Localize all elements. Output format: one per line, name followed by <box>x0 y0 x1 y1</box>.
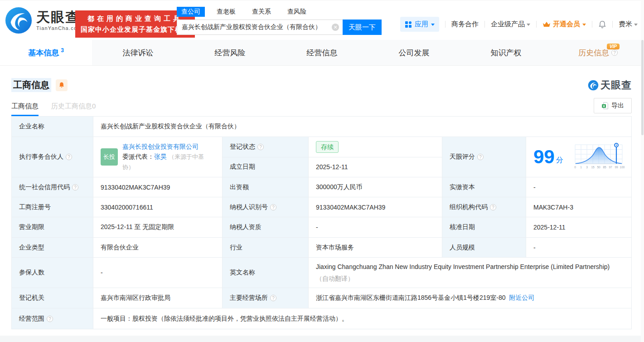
field-label: 纳税人资质 <box>223 217 309 237</box>
taxpayer-quality-value: - <box>309 217 442 237</box>
capital-value: 300000万人民币 <box>309 177 442 197</box>
table-row: 企业类型 有限合伙企业 行业 资本市场服务 人员规模 - <box>12 238 631 258</box>
field-label: 主要经营场所? <box>223 288 309 308</box>
divider <box>445 21 445 28</box>
field-label: 行业 <box>223 238 309 257</box>
help-icon[interactable]: ? <box>66 154 72 160</box>
help-icon[interactable]: ? <box>611 49 618 56</box>
top-nav: 应用 商务合作 企业级产品 开通会员 费米 <box>400 17 638 32</box>
subtab-count: 0 <box>92 102 96 110</box>
approval-date-value: 2025-12-11 <box>526 217 631 237</box>
enterprise-label: 企业级产品 <box>491 20 525 29</box>
field-label: 经营范围? <box>12 308 93 329</box>
status-date-stack: 登记状态? 存续 成立日期 2025-12-11 <box>223 137 442 177</box>
tianyan-score-cell: 99 分 <box>526 137 631 177</box>
nav-enterprise-products[interactable]: 企业级产品 <box>491 20 530 29</box>
org-code-value: MAK3C7AH-3 <box>526 197 631 217</box>
table-row: 工商注册号 330402000716611 纳税人识别号? 91330402MA… <box>12 197 631 217</box>
table-row: 登记机关 嘉兴市南湖区行政审批局 主要经营场所? 浙江省嘉兴市南湖区东栅街道南江… <box>12 288 631 308</box>
taxpayer-id-value: 91330402MAK3C7AH39 <box>309 197 442 217</box>
help-icon[interactable]: ? <box>72 184 78 191</box>
tab-company-development[interactable]: 公司发展 <box>368 40 460 65</box>
tab-operation-info[interactable]: 经营信息 <box>276 40 368 65</box>
subtab-label: 历史工商信息 <box>51 102 92 110</box>
help-icon[interactable]: ? <box>270 295 276 301</box>
help-icon[interactable]: ? <box>477 154 484 160</box>
username: 费米 <box>619 20 632 29</box>
tab-label: 基本信息 <box>28 48 59 58</box>
site-logo[interactable]: 天眼查 TianYanCha.com <box>5 6 82 34</box>
field-label: 核准日期 <box>442 217 526 237</box>
subtab-history-business-info[interactable]: 历史工商信息0 <box>51 102 96 116</box>
tab-intellectual-property[interactable]: 知识产权 <box>460 40 552 65</box>
help-icon[interactable]: ? <box>47 316 53 322</box>
tab-label: 经营信息 <box>307 48 338 58</box>
apps-label: 应用 <box>415 20 428 29</box>
excel-icon <box>601 102 609 109</box>
search-tabs: 查公司 查老板 查关系 查风险 <box>177 7 382 17</box>
table-row: 营业期限 2025-12-11 至 无固定期限 纳税人资质 - 核准日期 202… <box>12 217 631 238</box>
tianyancha-watermark: 天眼查 <box>588 78 632 92</box>
industry-value: 资本市场服务 <box>309 238 442 257</box>
partner-rep-link[interactable]: 张昊 <box>154 153 167 160</box>
tab-basic-info[interactable]: 基本信息 3 <box>0 40 92 65</box>
tab-history-info[interactable]: VIP 历史信息 ? <box>552 40 644 65</box>
chevron-down-icon <box>582 24 586 26</box>
search-tab-company[interactable]: 查公司 <box>177 7 205 17</box>
table-row: 经营范围? 一般项目：股权投资（除依法须经批准的项目外，凭营业执照依法自主开展经… <box>12 308 631 329</box>
field-label: 工商注册号 <box>12 197 93 217</box>
apps-menu[interactable]: 应用 <box>400 17 439 32</box>
tianyancha-logo-icon <box>588 80 599 91</box>
tab-label: 历史信息 <box>578 48 609 58</box>
business-place-cell: 浙江省嘉兴市南湖区东栅街道南江路1856号基金小镇1号楼219室-80 附近公司 <box>309 288 631 308</box>
field-label: 登记状态? <box>223 137 309 157</box>
score-distribution-chart: 0 1 3 15 50 85 97 99 100 <box>571 142 627 172</box>
vip-badge: VIP <box>607 44 620 49</box>
watermark-text: 天眼查 <box>600 78 632 92</box>
field-label: 营业期限 <box>12 217 93 237</box>
tab-operation-risk[interactable]: 经营风险 <box>184 40 276 65</box>
svg-text:97: 97 <box>609 166 612 169</box>
partner-company-link[interactable]: 嘉兴长投创业投资有限公司 <box>122 143 199 150</box>
user-menu[interactable]: 费米 <box>619 20 638 29</box>
export-button[interactable]: 导出 <box>594 98 632 113</box>
field-label: 登记机关 <box>12 288 93 308</box>
field-label: 成立日期 <box>223 157 309 177</box>
executive-partner-cell: 长投 嘉兴长投创业投资有限公司 委派代表：张昊（来源于中基协） <box>93 137 223 177</box>
svg-text:0: 0 <box>574 166 576 169</box>
svg-text:3: 3 <box>586 166 588 169</box>
help-icon[interactable]: ? <box>257 144 264 150</box>
registration-status-cell: 存续 <box>309 137 442 157</box>
tab-label: 公司发展 <box>399 48 430 58</box>
reg-authority-value: 嘉兴市南湖区行政审批局 <box>93 288 223 308</box>
nav-open-vip[interactable]: 开通会员 <box>542 20 586 29</box>
search-input[interactable] <box>177 20 343 35</box>
field-label: 组织机构代码? <box>442 197 526 217</box>
help-icon[interactable]: ? <box>270 204 276 210</box>
nearby-companies-link[interactable]: 附近公司 <box>509 294 534 302</box>
subscribe-bell-button[interactable] <box>56 79 68 91</box>
search-tab-risk[interactable]: 查风险 <box>283 7 311 17</box>
scrollbar-thumb[interactable] <box>641 40 644 135</box>
main-content: 工商信息 天眼查 工商信息 历史工商信息0 <box>0 78 644 329</box>
tab-label: 法律诉讼 <box>123 48 154 58</box>
partner-avatar[interactable]: 长投 <box>101 148 118 166</box>
credit-code-value: 91330402MAK3C7AH39 <box>93 177 223 197</box>
help-icon[interactable]: ? <box>490 204 496 210</box>
search-tab-boss[interactable]: 查老板 <box>212 7 240 17</box>
table-row: 统一社会信用代码? 91330402MAK3C7AH39 出资额 300000万… <box>12 177 631 197</box>
score-unit: 分 <box>556 156 563 165</box>
slogan-line1: 都在用的商业查询工具 <box>81 13 189 24</box>
divider <box>612 21 613 28</box>
export-label: 导出 <box>611 102 624 110</box>
notification-bell[interactable] <box>598 20 606 29</box>
chevron-down-icon <box>527 24 530 26</box>
table-row: 企业名称 嘉兴长创战新产业股权投资合伙企业（有限合伙） <box>12 117 631 137</box>
tab-legal-proceedings[interactable]: 法律诉讼 <box>92 40 184 65</box>
clear-icon[interactable]: ✕ <box>332 24 339 31</box>
search-button[interactable]: 天眼一下 <box>343 20 382 35</box>
status-badge: 存续 <box>316 141 339 153</box>
search-tab-relation[interactable]: 查关系 <box>247 7 276 17</box>
subtab-business-info[interactable]: 工商信息 <box>11 102 39 116</box>
nav-business-cooperation[interactable]: 商务合作 <box>451 20 479 29</box>
